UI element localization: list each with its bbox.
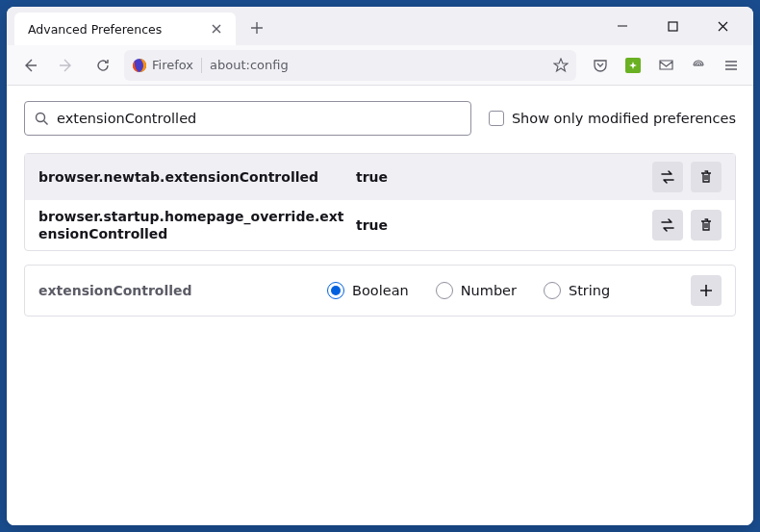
show-modified-checkbox[interactable]: Show only modified preferences [489,111,736,126]
add-pref-row: extensionControlled Boolean Number Strin… [24,265,736,317]
svg-rect-0 [669,22,677,31]
delete-button[interactable] [691,162,722,192]
url-text: about:config [210,58,545,72]
toolbar-actions [582,51,746,80]
radio-number[interactable]: Number [436,282,517,299]
pref-row[interactable]: browser.startup.homepage_override.extens… [25,200,735,250]
identity-label: Firefox [152,58,193,72]
delete-button[interactable] [691,210,722,241]
add-pref-name: extensionControlled [38,283,327,298]
back-button[interactable] [14,50,45,81]
tab-active[interactable]: Advanced Preferences [14,13,236,45]
forward-button[interactable] [51,50,82,81]
radio-icon [436,282,453,299]
extension-icon[interactable] [619,51,647,80]
toggle-button[interactable] [652,210,683,241]
pocket-icon[interactable] [586,51,615,80]
radio-boolean[interactable]: Boolean [327,282,409,299]
pref-name: browser.newtab.extensionControlled [38,168,346,186]
window-controls [609,7,749,45]
tab-title: Advanced Preferences [28,22,207,37]
browser-window: Advanced Preferences [7,7,753,525]
prefs-table: browser.newtab.extensionControlled true … [24,153,736,251]
add-button[interactable] [691,275,722,306]
close-window-button[interactable] [709,13,736,39]
pref-row[interactable]: browser.newtab.extensionControlled true [25,154,735,200]
radio-label: Boolean [352,283,409,298]
type-radio-group: Boolean Number String [327,282,691,299]
search-box[interactable] [24,101,471,136]
mail-icon[interactable] [651,51,680,80]
radio-icon [327,282,344,299]
radio-label: String [569,283,610,298]
shield-icon[interactable] [684,51,713,80]
menu-button[interactable] [717,51,746,80]
firefox-logo-icon [132,58,147,73]
radio-icon [544,282,561,299]
maximize-button[interactable] [659,13,686,39]
radio-label: Number [461,283,517,298]
reload-button[interactable] [88,50,118,81]
search-input[interactable] [57,111,461,126]
close-tab-icon[interactable] [207,19,226,38]
radio-string[interactable]: String [544,282,610,299]
bookmark-star-icon[interactable] [553,58,569,73]
minimize-button[interactable] [609,13,636,39]
search-icon [35,112,49,126]
new-tab-button[interactable] [243,14,270,41]
toggle-button[interactable] [652,162,683,192]
checkbox-icon [489,111,504,126]
url-bar[interactable]: Firefox about:config [124,50,576,81]
search-row: Show only modified preferences [24,101,736,136]
about-config-content: Show only modified preferences browser.n… [7,86,753,525]
svg-point-2 [37,113,45,121]
identity-box[interactable]: Firefox [132,58,202,73]
pref-name: browser.startup.homepage_override.extens… [38,208,346,242]
tab-bar: Advanced Preferences [7,7,753,45]
pref-value: true [356,217,643,233]
checkbox-label: Show only modified preferences [512,111,736,126]
toolbar: Firefox about:config [7,45,753,86]
pref-value: true [356,169,643,185]
